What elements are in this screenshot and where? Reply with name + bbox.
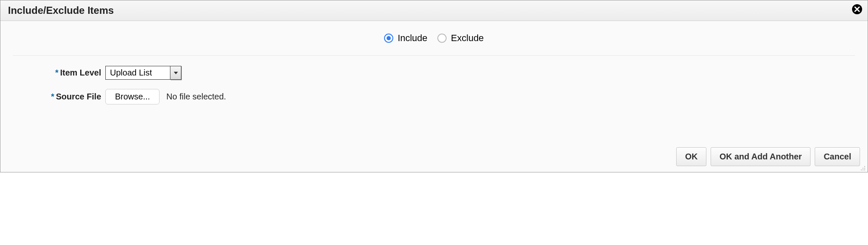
chevron-down-icon bbox=[174, 72, 178, 74]
close-button[interactable] bbox=[852, 4, 863, 15]
required-star-icon: * bbox=[51, 92, 54, 101]
radio-dot-icon bbox=[384, 34, 393, 43]
item-level-label: *Item Level bbox=[13, 68, 105, 78]
item-level-label-text: Item Level bbox=[60, 68, 101, 77]
radio-include-label: Include bbox=[397, 33, 427, 44]
source-file-label: *Source File bbox=[13, 92, 105, 102]
ok-add-another-button[interactable]: OK and Add Another bbox=[711, 147, 810, 166]
close-icon bbox=[852, 4, 863, 15]
dialog-header: Include/Exclude Items bbox=[0, 0, 868, 21]
ok-button[interactable]: OK bbox=[676, 147, 706, 166]
dialog-title: Include/Exclude Items bbox=[8, 5, 114, 16]
radio-dot-icon bbox=[437, 34, 447, 43]
dialog-footer: OK OK and Add Another Cancel bbox=[676, 147, 860, 166]
item-level-select[interactable]: Upload List bbox=[105, 66, 181, 80]
radio-exclude-label: Exclude bbox=[451, 33, 484, 44]
required-star-icon: * bbox=[55, 68, 58, 77]
include-exclude-dialog: Include/Exclude Items Include Exclude *I… bbox=[0, 0, 868, 172]
resize-grip[interactable] bbox=[858, 164, 866, 171]
include-exclude-radio-group: Include Exclude bbox=[13, 28, 855, 56]
radio-include[interactable]: Include bbox=[384, 33, 427, 44]
item-level-value: Upload List bbox=[105, 66, 170, 80]
radio-exclude[interactable]: Exclude bbox=[437, 33, 484, 44]
source-file-label-text: Source File bbox=[56, 92, 101, 101]
source-file-status: No file selected. bbox=[166, 92, 226, 102]
source-file-row: *Source File Browse... No file selected. bbox=[13, 89, 855, 104]
browse-button[interactable]: Browse... bbox=[105, 89, 159, 104]
cancel-button[interactable]: Cancel bbox=[815, 147, 860, 166]
item-level-dropdown-button[interactable] bbox=[170, 66, 181, 80]
item-level-row: *Item Level Upload List bbox=[13, 66, 855, 80]
